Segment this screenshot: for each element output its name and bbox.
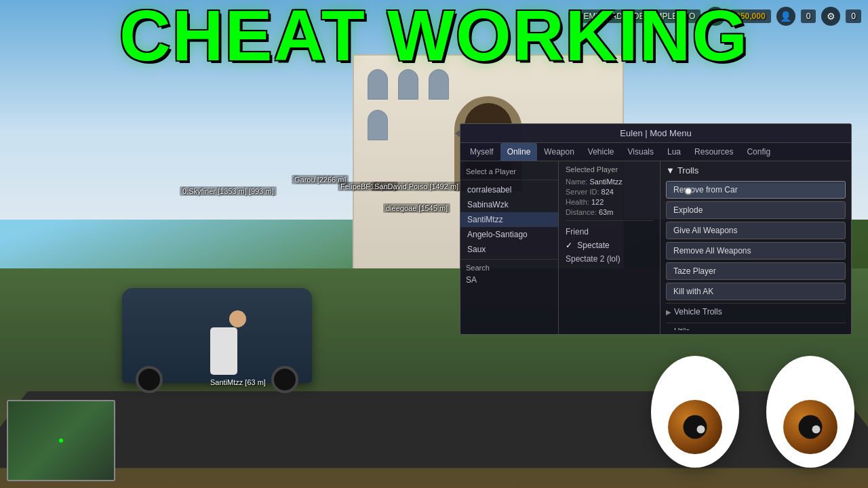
utils-arrow: ▶ — [666, 328, 671, 331]
server-id-label: Server ID: — [566, 188, 599, 196]
hud-top-right: EMPLEADO: DESEMPLEADO 💰 250,000 👤 0 ⚙ 0 — [578, 7, 861, 26]
distance-label: Distance: — [566, 208, 597, 216]
trolls-header: ▼ Trolls — [666, 165, 846, 176]
btn-remove-all-weapons[interactable]: Remove All Weapons — [666, 242, 846, 260]
float-label-sandavid: SanDavid Poiso [1492 m] — [372, 182, 461, 191]
hud-settings-icon[interactable]: ⚙ — [821, 7, 840, 26]
player-name-value: SantiMtzz — [589, 178, 622, 186]
distance-value: 63m — [599, 208, 613, 216]
menu-tabs: Myself Online Weapon Vehicle Visuals Lua… — [460, 143, 851, 161]
btn-taze-player[interactable]: Taze Player — [666, 262, 846, 280]
hud-money: 250,000 — [730, 9, 770, 23]
health-label: Health: — [566, 198, 589, 206]
player-item-saux[interactable]: Saux — [460, 242, 558, 257]
action-spectate[interactable]: ✓ Spectate — [566, 239, 653, 252]
info-divider — [566, 220, 653, 221]
player-label: SantiMtzz [63 m] — [210, 378, 266, 386]
building-window — [429, 69, 449, 100]
tab-vehicle[interactable]: Vehicle — [581, 143, 621, 161]
building-window — [368, 69, 388, 100]
server-id-value: 824 — [601, 188, 614, 196]
player-item-santimtzz[interactable]: SantiMtzz — [460, 212, 558, 227]
btn-remove-from-car[interactable]: Remove from Car — [666, 181, 846, 199]
hud-status-text: EMPLEADO: DESEMPLEADO — [578, 9, 701, 23]
float-label-skyfiner: 0:Skyfiner [1353 m] [993 m] — [180, 186, 277, 196]
utils-section[interactable]: ▶ Utils — [666, 323, 846, 330]
action-spectate2[interactable]: Spectate 2 (lol) — [566, 252, 653, 266]
trolls-title: Trolls — [677, 165, 698, 176]
trolls-panel: ▼ Trolls Remove from Car Explode Give Al… — [660, 161, 851, 334]
player-item-angelo-santiago[interactable]: Angelo-Santiago — [460, 227, 558, 242]
menu-arrow-indicator — [455, 129, 460, 138]
vehicle-wheel-front — [136, 366, 163, 393]
vehicle-trolls-label: Vehicle Trolls — [674, 307, 722, 317]
player-name-row: Name: SantiMtzz — [566, 178, 653, 186]
utils-label: Utils — [674, 327, 690, 330]
hud-settings-count: 0 — [846, 9, 861, 23]
float-label-dieegoae: dieegoae [1545 m] — [383, 203, 450, 213]
building-windows — [368, 69, 449, 140]
action-friend[interactable]: Friend — [566, 225, 653, 239]
player-list-panel: Select a Player corralesabel SabinaWzk S… — [460, 161, 559, 334]
hud-player-count: 0 — [801, 9, 816, 23]
menu-header: Eulen | Mod Menu — [460, 124, 851, 143]
hud-money-icon: 💰 — [706, 7, 725, 26]
player-body — [210, 327, 237, 375]
minimap-inner — [8, 401, 114, 480]
player-info-panel: Selected Player Name: SantiMtzz Server I… — [559, 161, 660, 334]
health-row: Health: 122 — [566, 198, 653, 206]
vehicle-wheel-rear — [271, 366, 298, 393]
tab-online[interactable]: Online — [500, 143, 538, 161]
building-window — [368, 110, 388, 140]
trolls-scroll: Remove from Car Explode Give All Weapons… — [666, 181, 846, 330]
mod-menu: Eulen | Mod Menu Myself Online Weapon Ve… — [460, 123, 852, 335]
vehicle-trolls-arrow: ▶ — [666, 308, 671, 316]
btn-explode[interactable]: Explode — [666, 201, 846, 219]
player-item-sabinawzk[interactable]: SabinaWzk — [460, 197, 558, 212]
tab-resources[interactable]: Resources — [688, 143, 740, 161]
action-spectate-label: Spectate — [577, 241, 609, 250]
health-value: 122 — [591, 198, 604, 206]
btn-kill-with-ak[interactable]: Kill with AK — [666, 283, 846, 300]
tab-config[interactable]: Config — [740, 143, 777, 161]
search-label: Search — [460, 259, 558, 274]
server-id-row: Server ID: 824 — [566, 188, 653, 196]
player-list-header: Select a Player — [460, 165, 558, 180]
distance-row: Distance: 63m — [566, 208, 653, 216]
minimap — [7, 400, 115, 481]
player-item-corralesabel[interactable]: corralesabel — [460, 182, 558, 197]
hud-player-icon: 👤 — [776, 7, 795, 26]
selected-player-title: Selected Player — [566, 165, 653, 174]
trolls-collapse-icon[interactable]: ▼ — [666, 165, 675, 176]
checkmark-icon: ✓ — [566, 241, 572, 250]
tab-myself[interactable]: Myself — [463, 143, 500, 161]
vehicle-trolls-section[interactable]: ▶ Vehicle Trolls — [666, 303, 846, 320]
tab-visuals[interactable]: Visuals — [621, 143, 660, 161]
minimap-player-dot — [59, 439, 63, 443]
tab-lua[interactable]: Lua — [660, 143, 688, 161]
search-value[interactable]: SA — [460, 274, 558, 286]
tab-weapon[interactable]: Weapon — [537, 143, 580, 161]
menu-body: Select a Player corralesabel SabinaWzk S… — [460, 161, 851, 334]
btn-give-all-weapons[interactable]: Give All Weapons — [666, 222, 846, 239]
building-window — [398, 69, 418, 100]
road — [0, 391, 868, 468]
player-name-label: Name: — [566, 178, 587, 186]
player-character: SantiMtzz [63 m] — [210, 327, 266, 386]
